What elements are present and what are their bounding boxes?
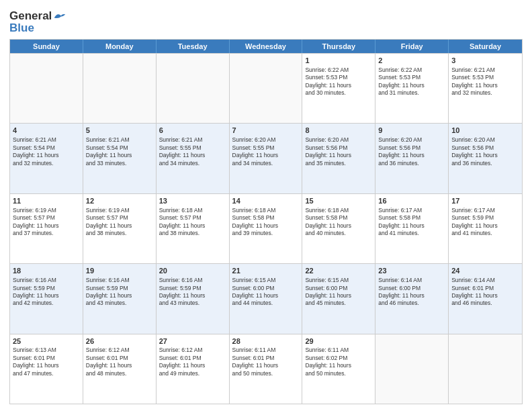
col-header-tuesday: Tuesday (157, 40, 230, 53)
cal-cell-r1c4: 8Sunrise: 6:20 AM Sunset: 5:56 PM Daylig… (302, 124, 375, 193)
day-number: 18 (13, 266, 80, 276)
cal-cell-r3c6: 24Sunrise: 6:14 AM Sunset: 6:01 PM Dayli… (449, 264, 522, 333)
day-number: 10 (451, 126, 519, 136)
cal-cell-r2c4: 15Sunrise: 6:18 AM Sunset: 5:58 PM Dayli… (302, 194, 375, 263)
cal-cell-r2c5: 16Sunrise: 6:17 AM Sunset: 5:58 PM Dayli… (375, 194, 449, 263)
cell-info: Sunrise: 6:22 AM Sunset: 5:53 PM Dayligh… (378, 66, 445, 97)
cal-cell-r4c3: 28Sunrise: 6:11 AM Sunset: 6:01 PM Dayli… (230, 334, 303, 404)
cell-info: Sunrise: 6:21 AM Sunset: 5:54 PM Dayligh… (86, 136, 153, 167)
cal-cell-r1c6: 10Sunrise: 6:20 AM Sunset: 5:56 PM Dayli… (449, 124, 522, 193)
cal-cell-r0c4: 1Sunrise: 6:22 AM Sunset: 5:53 PM Daylig… (302, 54, 375, 123)
cal-cell-r1c0: 4Sunrise: 6:21 AM Sunset: 5:54 PM Daylig… (10, 124, 83, 193)
cell-info: Sunrise: 6:11 AM Sunset: 6:01 PM Dayligh… (232, 347, 300, 377)
logo-general: General (9, 9, 52, 23)
cell-info: Sunrise: 6:18 AM Sunset: 5:57 PM Dayligh… (159, 207, 226, 238)
cal-cell-r0c6: 3Sunrise: 6:21 AM Sunset: 5:53 PM Daylig… (449, 54, 522, 123)
day-number: 27 (159, 336, 226, 347)
day-number: 19 (86, 266, 153, 276)
cell-info: Sunrise: 6:21 AM Sunset: 5:55 PM Dayligh… (159, 136, 226, 167)
day-number: 23 (378, 266, 445, 276)
cell-info: Sunrise: 6:12 AM Sunset: 6:01 PM Dayligh… (159, 347, 226, 377)
day-number: 26 (86, 336, 153, 347)
cal-cell-r1c2: 6Sunrise: 6:21 AM Sunset: 5:55 PM Daylig… (157, 124, 230, 193)
cal-cell-r0c5: 2Sunrise: 6:22 AM Sunset: 5:53 PM Daylig… (375, 54, 449, 123)
cell-info: Sunrise: 6:16 AM Sunset: 5:59 PM Dayligh… (86, 277, 153, 308)
day-number: 11 (13, 196, 80, 206)
cell-info: Sunrise: 6:19 AM Sunset: 5:57 PM Dayligh… (13, 207, 80, 238)
cal-cell-r4c5 (375, 334, 449, 404)
cal-cell-r3c0: 18Sunrise: 6:16 AM Sunset: 5:59 PM Dayli… (10, 264, 83, 333)
cell-info: Sunrise: 6:21 AM Sunset: 5:53 PM Dayligh… (451, 66, 519, 97)
cal-cell-r0c0 (10, 54, 83, 123)
cal-cell-r2c2: 13Sunrise: 6:18 AM Sunset: 5:57 PM Dayli… (157, 194, 230, 263)
day-number: 1 (305, 56, 372, 66)
cell-info: Sunrise: 6:15 AM Sunset: 6:00 PM Dayligh… (232, 277, 300, 308)
calendar-row-5: 25Sunrise: 6:13 AM Sunset: 6:01 PM Dayli… (10, 334, 522, 404)
cal-cell-r3c2: 20Sunrise: 6:16 AM Sunset: 5:59 PM Dayli… (157, 264, 230, 333)
cal-cell-r1c1: 5Sunrise: 6:21 AM Sunset: 5:54 PM Daylig… (83, 124, 157, 193)
day-number: 25 (13, 336, 80, 347)
cell-info: Sunrise: 6:18 AM Sunset: 5:58 PM Dayligh… (232, 207, 300, 238)
cal-cell-r3c4: 22Sunrise: 6:15 AM Sunset: 6:00 PM Dayli… (302, 264, 375, 333)
cal-cell-r3c5: 23Sunrise: 6:14 AM Sunset: 6:00 PM Dayli… (375, 264, 449, 333)
day-number: 20 (159, 266, 226, 276)
col-header-monday: Monday (83, 40, 157, 53)
cal-cell-r4c0: 25Sunrise: 6:13 AM Sunset: 6:01 PM Dayli… (10, 334, 83, 404)
col-header-wednesday: Wednesday (230, 40, 303, 53)
day-number: 12 (86, 196, 153, 206)
day-number: 17 (451, 196, 519, 206)
day-number: 28 (232, 336, 300, 347)
calendar-row-1: 1Sunrise: 6:22 AM Sunset: 5:53 PM Daylig… (10, 53, 522, 123)
cal-cell-r2c3: 14Sunrise: 6:18 AM Sunset: 5:58 PM Dayli… (230, 194, 303, 263)
col-header-thursday: Thursday (302, 40, 375, 53)
cell-info: Sunrise: 6:15 AM Sunset: 6:00 PM Dayligh… (305, 277, 372, 308)
cal-cell-r3c1: 19Sunrise: 6:16 AM Sunset: 5:59 PM Dayli… (83, 264, 157, 333)
cell-info: Sunrise: 6:20 AM Sunset: 5:56 PM Dayligh… (451, 136, 519, 167)
cell-info: Sunrise: 6:16 AM Sunset: 5:59 PM Dayligh… (159, 277, 226, 308)
calendar-row-3: 11Sunrise: 6:19 AM Sunset: 5:57 PM Dayli… (10, 193, 522, 263)
cell-info: Sunrise: 6:19 AM Sunset: 5:57 PM Dayligh… (86, 207, 153, 238)
calendar: SundayMondayTuesdayWednesdayThursdayFrid… (9, 39, 523, 404)
cal-cell-r4c1: 26Sunrise: 6:12 AM Sunset: 6:01 PM Dayli… (83, 334, 157, 404)
cell-info: Sunrise: 6:17 AM Sunset: 5:59 PM Dayligh… (451, 207, 519, 238)
col-header-friday: Friday (375, 40, 449, 53)
day-number: 4 (13, 126, 80, 136)
cell-info: Sunrise: 6:20 AM Sunset: 5:56 PM Dayligh… (305, 136, 372, 167)
cal-cell-r0c2 (157, 54, 230, 123)
day-number: 3 (451, 56, 519, 66)
logo: General Blue (9, 9, 66, 35)
calendar-row-4: 18Sunrise: 6:16 AM Sunset: 5:59 PM Dayli… (10, 263, 522, 333)
day-number: 5 (86, 126, 153, 136)
header: General Blue (9, 7, 523, 35)
cell-info: Sunrise: 6:18 AM Sunset: 5:58 PM Dayligh… (305, 207, 372, 238)
day-number: 6 (159, 126, 226, 136)
day-number: 22 (305, 266, 372, 276)
cell-info: Sunrise: 6:13 AM Sunset: 6:01 PM Dayligh… (13, 347, 80, 377)
cell-info: Sunrise: 6:11 AM Sunset: 6:02 PM Dayligh… (305, 347, 372, 377)
cell-info: Sunrise: 6:12 AM Sunset: 6:01 PM Dayligh… (86, 347, 153, 377)
cell-info: Sunrise: 6:14 AM Sunset: 6:01 PM Dayligh… (451, 277, 519, 308)
cal-cell-r1c5: 9Sunrise: 6:20 AM Sunset: 5:56 PM Daylig… (375, 124, 449, 193)
cell-info: Sunrise: 6:20 AM Sunset: 5:56 PM Dayligh… (378, 136, 445, 167)
cal-cell-r2c0: 11Sunrise: 6:19 AM Sunset: 5:57 PM Dayli… (10, 194, 83, 263)
cell-info: Sunrise: 6:21 AM Sunset: 5:54 PM Dayligh… (13, 136, 80, 167)
day-number: 8 (305, 126, 372, 136)
logo-blue: Blue (9, 21, 34, 35)
day-number: 13 (159, 196, 226, 206)
cal-cell-r0c1 (83, 54, 157, 123)
day-number: 29 (305, 336, 372, 347)
day-number: 7 (232, 126, 300, 136)
day-number: 21 (232, 266, 300, 276)
col-header-saturday: Saturday (449, 40, 522, 53)
cell-info: Sunrise: 6:16 AM Sunset: 5:59 PM Dayligh… (13, 277, 80, 308)
cell-info: Sunrise: 6:20 AM Sunset: 5:55 PM Dayligh… (232, 136, 300, 167)
calendar-row-2: 4Sunrise: 6:21 AM Sunset: 5:54 PM Daylig… (10, 123, 522, 193)
cal-cell-r4c2: 27Sunrise: 6:12 AM Sunset: 6:01 PM Dayli… (157, 334, 230, 404)
cell-info: Sunrise: 6:17 AM Sunset: 5:58 PM Dayligh… (378, 207, 445, 238)
col-header-sunday: Sunday (10, 40, 83, 53)
day-number: 9 (378, 126, 445, 136)
calendar-header: SundayMondayTuesdayWednesdayThursdayFrid… (10, 40, 522, 53)
logo-bird-icon (53, 11, 66, 21)
cal-cell-r2c1: 12Sunrise: 6:19 AM Sunset: 5:57 PM Dayli… (83, 194, 157, 263)
cell-info: Sunrise: 6:22 AM Sunset: 5:53 PM Dayligh… (305, 66, 372, 97)
